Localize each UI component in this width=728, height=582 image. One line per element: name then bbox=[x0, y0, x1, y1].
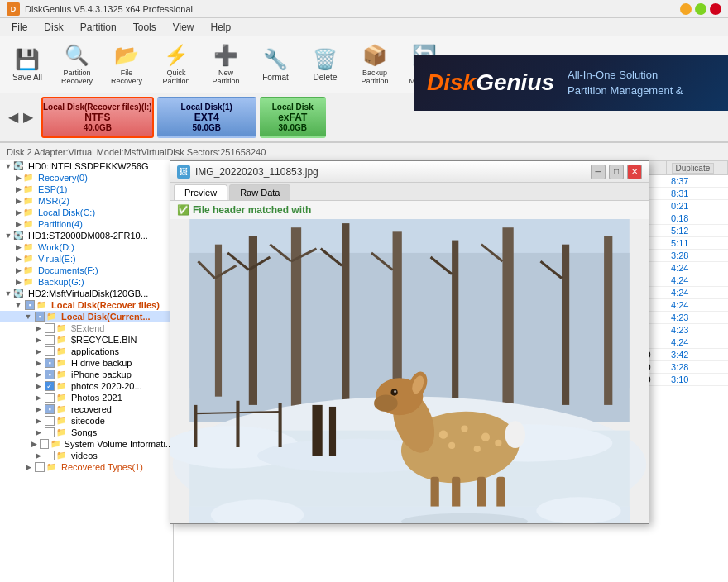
expand-systemvolume[interactable]: ▶ bbox=[30, 439, 39, 449]
tree-item-systemvolume[interactable]: ▶ 📁 System Volume Informati... bbox=[0, 438, 173, 450]
expand-photos2020[interactable]: ▶ bbox=[33, 381, 43, 391]
cb-recoveredtypes[interactable] bbox=[35, 462, 45, 472]
tree-item-hd1[interactable]: ▼ 💽 HD1:ST2000DM008-2FR10... bbox=[0, 230, 173, 241]
tree-item-hd2[interactable]: ▼ 💽 HD2:MsftVirtualDisk(120GB... bbox=[0, 288, 173, 299]
menu-view[interactable]: View bbox=[165, 20, 203, 35]
cb-songs[interactable] bbox=[45, 427, 55, 437]
expand-documentsf[interactable]: ▶ bbox=[13, 265, 23, 275]
disk-partition-1[interactable]: Local Disk(1) EXT4 50.0GB bbox=[157, 97, 256, 138]
menu-disk[interactable]: Disk bbox=[36, 20, 71, 35]
expand-local-recover[interactable]: ▼ bbox=[13, 300, 23, 310]
backup-partition-button[interactable]: 📦 Backup Partition bbox=[351, 40, 399, 89]
expand-photos2021[interactable]: ▶ bbox=[33, 393, 43, 403]
expand-local-current[interactable]: ▼ bbox=[23, 312, 33, 322]
tree-item-photos2021[interactable]: ▶ 📁 Photos 2021 bbox=[0, 392, 173, 403]
expand-hdrivebackup[interactable]: ▶ bbox=[33, 358, 43, 368]
tree-item-recovered[interactable]: ▶ ▪ 📁 recovered bbox=[0, 403, 173, 415]
save-all-button[interactable]: 💾 Save All bbox=[3, 40, 51, 89]
tree-item-extend[interactable]: ▶ 📁 $Extend bbox=[0, 322, 173, 334]
tree-item-recoveredtypes[interactable]: ▶ 📁 Recovered Types(1) bbox=[0, 461, 173, 473]
tree-item-videos[interactable]: ▶ 📁 videos bbox=[0, 450, 173, 461]
preview-tab-rawdata[interactable]: Raw Data bbox=[229, 184, 290, 200]
tree-item-iphonebackup[interactable]: ▶ ▪ 📁 iPhone backup bbox=[0, 369, 173, 380]
tree-item-viruele[interactable]: ▶ 📁 Virual(E:) bbox=[0, 253, 173, 265]
menu-help[interactable]: Help bbox=[203, 20, 240, 35]
nav-left[interactable]: ◀ bbox=[7, 107, 20, 126]
partition-recovery-button[interactable]: 🔍 Partition Recovery bbox=[53, 40, 101, 89]
disk-partition-recover[interactable]: Local Disk(Recover files)(I:) NTFS 40.0G… bbox=[41, 97, 154, 138]
expand-partition4[interactable]: ▶ bbox=[13, 219, 23, 229]
cb-hdrivebackup[interactable]: ▪ bbox=[45, 358, 55, 368]
tree-item-photos2020[interactable]: ▶ ✓ 📁 photos 2020-20... bbox=[0, 380, 173, 392]
delete-button[interactable]: 🗑️ Delete bbox=[301, 40, 349, 89]
tree-item-local-recover[interactable]: ▼ ▪ 📁 Local Disk(Recover files) bbox=[0, 299, 173, 311]
expand-recovered[interactable]: ▶ bbox=[33, 404, 43, 414]
tree-item-esp1[interactable]: ▶ 📁 ESP(1) bbox=[0, 184, 173, 195]
cb-recovered[interactable]: ▪ bbox=[45, 404, 55, 414]
expand-hd1[interactable]: ▼ bbox=[3, 231, 13, 241]
expand-extend[interactable]: ▶ bbox=[33, 323, 43, 333]
tree-item-hdrivebackup[interactable]: ▶ ▪ 📁 H drive backup bbox=[0, 357, 173, 369]
expand-recoveredtypes[interactable]: ▶ bbox=[23, 462, 33, 472]
menu-file[interactable]: File bbox=[3, 20, 36, 35]
cb-iphonebackup[interactable]: ▪ bbox=[45, 370, 55, 379]
expand-hd0[interactable]: ▼ bbox=[3, 161, 13, 171]
cb-sitecode[interactable] bbox=[45, 416, 55, 426]
expand-songs[interactable]: ▶ bbox=[33, 427, 43, 437]
tree-item-sitecode[interactable]: ▶ 📁 sitecode bbox=[0, 415, 173, 427]
maximize-button[interactable] bbox=[695, 3, 706, 15]
expand-backupg[interactable]: ▶ bbox=[13, 277, 23, 287]
tree-item-songs[interactable]: ▶ 📁 Songs bbox=[0, 427, 173, 438]
preview-minimize-button[interactable]: ─ bbox=[591, 165, 606, 179]
format-button[interactable]: 🔧 Format bbox=[251, 40, 299, 89]
menu-partition[interactable]: Partition bbox=[72, 20, 125, 35]
tree-item-localc[interactable]: ▶ 📁 Local Disk(C:) bbox=[0, 207, 173, 218]
expand-workd[interactable]: ▶ bbox=[13, 242, 23, 252]
cb-applications[interactable] bbox=[45, 346, 55, 356]
preview-restore-button[interactable]: □ bbox=[609, 165, 624, 179]
window-controls[interactable] bbox=[680, 3, 721, 15]
expand-videos[interactable]: ▶ bbox=[33, 451, 43, 460]
cb-videos[interactable] bbox=[45, 451, 55, 460]
new-partition-button[interactable]: ➕ New Partition bbox=[202, 40, 250, 89]
tree-item-applications[interactable]: ▶ 📁 applications bbox=[0, 346, 173, 357]
expand-msr2[interactable]: ▶ bbox=[13, 196, 23, 206]
expand-iphonebackup[interactable]: ▶ bbox=[33, 370, 43, 379]
expand-esp1[interactable]: ▶ bbox=[13, 184, 23, 194]
expand-recycle[interactable]: ▶ bbox=[33, 335, 43, 345]
nav-right[interactable]: ▶ bbox=[22, 107, 35, 126]
expand-sitecode[interactable]: ▶ bbox=[33, 416, 43, 426]
preview-window-controls[interactable]: ─ □ ✕ bbox=[591, 165, 642, 179]
disk-partition-exfat[interactable]: Local Disk exFAT 30.0GB bbox=[260, 97, 326, 138]
tree-item-local-current[interactable]: ▼ ▪ 📁 Local Disk(Current... bbox=[0, 311, 173, 322]
tree-item-recovery0[interactable]: ▶ 📁 Recovery(0) bbox=[0, 172, 173, 184]
tree-panel[interactable]: ▼ 💽 HD0:INTELSSDPEKKW256G ▶ 📁 Recovery(0… bbox=[0, 160, 174, 582]
quick-partition-button[interactable]: ⚡ Quick Partition bbox=[152, 40, 200, 89]
tree-item-partition4[interactable]: ▶ 📁 Partition(4) bbox=[0, 218, 173, 230]
cb-photos2021[interactable] bbox=[45, 393, 55, 403]
expand-recovery0[interactable]: ▶ bbox=[13, 173, 23, 183]
minimize-button[interactable] bbox=[680, 3, 692, 15]
tree-item-msr2[interactable]: ▶ 📁 MSR(2) bbox=[0, 195, 173, 207]
preview-close-button[interactable]: ✕ bbox=[627, 165, 642, 179]
tree-item-workd[interactable]: ▶ 📁 Work(D:) bbox=[0, 241, 173, 253]
file-recovery-button[interactable]: 📂 File Recovery bbox=[103, 40, 151, 89]
expand-viruele[interactable]: ▶ bbox=[13, 254, 23, 264]
expand-applications[interactable]: ▶ bbox=[33, 346, 43, 356]
tree-item-documentsf[interactable]: ▶ 📁 Documents(F:) bbox=[0, 265, 173, 276]
cb-systemvolume[interactable] bbox=[40, 439, 49, 449]
close-button[interactable] bbox=[710, 3, 721, 15]
tree-item-hd0[interactable]: ▼ 💽 HD0:INTELSSDPEKKW256G bbox=[0, 160, 173, 172]
tree-item-backupg[interactable]: ▶ 📁 Backup(G:) bbox=[0, 276, 173, 288]
cb-extend[interactable] bbox=[45, 323, 55, 333]
expand-localc[interactable]: ▶ bbox=[13, 208, 23, 217]
menu-tools[interactable]: Tools bbox=[125, 20, 165, 35]
cb-photos2020[interactable]: ✓ bbox=[45, 381, 55, 391]
preview-tab-preview[interactable]: Preview bbox=[174, 184, 228, 200]
cb-recycle[interactable] bbox=[45, 335, 55, 345]
tree-item-recycle[interactable]: ▶ 📁 $RECYCLE.BIN bbox=[0, 334, 173, 346]
cb-local-current[interactable]: ▪ bbox=[35, 312, 45, 322]
cb-local-recover[interactable]: ▪ bbox=[25, 300, 35, 310]
title-bar: D DiskGenius V5.4.3.1325 x64 Professiona… bbox=[0, 0, 728, 18]
expand-hd2[interactable]: ▼ bbox=[3, 289, 13, 298]
